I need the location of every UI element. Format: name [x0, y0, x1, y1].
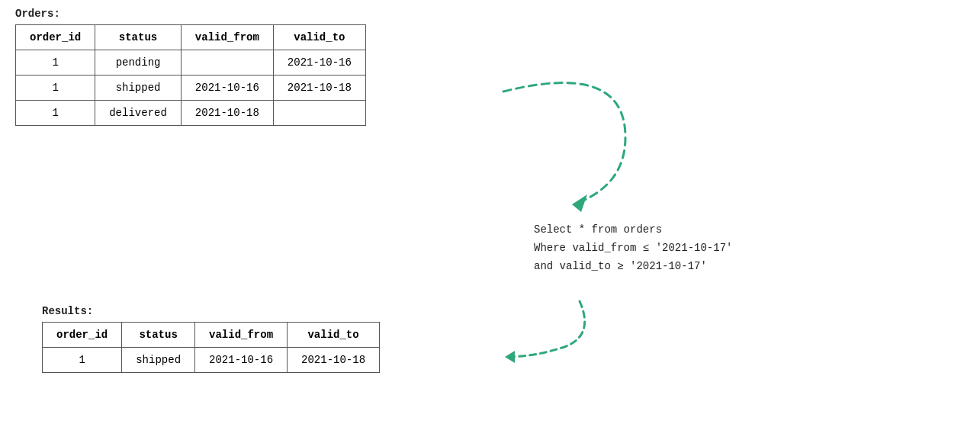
orders-header-row: order_id status valid_from valid_to — [16, 25, 366, 50]
orders-row2-order-id: 1 — [16, 75, 95, 101]
results-col-status: status — [122, 323, 195, 348]
page-container: Orders: order_id status valid_from valid… — [0, 0, 980, 424]
orders-row2-status: shipped — [95, 75, 182, 101]
orders-row2-valid-from: 2021-10-16 — [181, 75, 273, 101]
query-text: Select * from orders Where valid_from ≤ … — [534, 221, 732, 275]
orders-row3-valid-to — [273, 101, 365, 126]
svg-marker-0 — [572, 194, 587, 212]
results-row1-valid-from: 2021-10-16 — [195, 348, 288, 373]
results-row-1: 1 shipped 2021-10-16 2021-10-18 — [43, 348, 380, 373]
results-col-order-id: order_id — [43, 323, 122, 348]
orders-row3-valid-from: 2021-10-18 — [181, 101, 273, 126]
results-label: Results: — [42, 305, 380, 317]
results-col-valid-from: valid_from — [195, 323, 288, 348]
query-section: Select * from orders Where valid_from ≤ … — [534, 221, 732, 275]
orders-row-1: 1 pending 2021-10-16 — [16, 50, 366, 75]
orders-label: Orders: — [15, 8, 366, 20]
query-line1: Select * from orders — [534, 221, 732, 239]
orders-col-order-id: order_id — [16, 25, 95, 50]
results-table: order_id status valid_from valid_to 1 sh… — [42, 322, 380, 373]
svg-marker-1 — [505, 351, 515, 363]
orders-row1-order-id: 1 — [16, 50, 95, 75]
orders-col-valid-to: valid_to — [273, 25, 365, 50]
results-row1-valid-to: 2021-10-18 — [288, 348, 380, 373]
orders-section: Orders: order_id status valid_from valid… — [15, 8, 366, 126]
orders-row-2: 1 shipped 2021-10-16 2021-10-18 — [16, 75, 366, 101]
results-row1-order-id: 1 — [43, 348, 122, 373]
orders-row3-status: delivered — [95, 101, 182, 126]
orders-row1-valid-to: 2021-10-16 — [273, 50, 365, 75]
results-col-valid-to: valid_to — [288, 323, 380, 348]
query-line3: and valid_to ≥ '2021-10-17' — [534, 258, 732, 276]
orders-row2-valid-to: 2021-10-18 — [273, 75, 365, 101]
results-header-row: order_id status valid_from valid_to — [43, 323, 380, 348]
results-row1-status: shipped — [122, 348, 195, 373]
orders-col-status: status — [95, 25, 182, 50]
orders-row-3: 1 delivered 2021-10-18 — [16, 101, 366, 126]
orders-row1-status: pending — [95, 50, 182, 75]
orders-row3-order-id: 1 — [16, 101, 95, 126]
query-line2: Where valid_from ≤ '2021-10-17' — [534, 239, 732, 258]
results-section: Results: order_id status valid_from vali… — [42, 305, 380, 373]
orders-table: order_id status valid_from valid_to 1 pe… — [15, 24, 366, 126]
orders-col-valid-from: valid_from — [181, 25, 273, 50]
orders-row1-valid-from — [181, 50, 273, 75]
